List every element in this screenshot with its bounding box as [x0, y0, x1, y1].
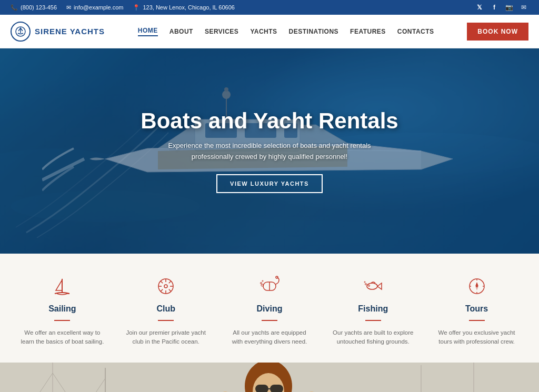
diving-divider — [262, 320, 277, 321]
sailing-title: Sailing — [48, 304, 76, 314]
diving-desc: All our yachts are equipped with everyth… — [227, 328, 312, 347]
svg-point-43 — [476, 285, 478, 287]
diving-icon — [258, 275, 281, 298]
hero-content: Boats and Yacht Rentals Experience the m… — [130, 98, 408, 204]
email-icon: ✉ — [66, 4, 71, 11]
service-diving: Diving All our yachts are equipped with … — [227, 275, 312, 347]
svg-line-25 — [169, 289, 171, 292]
svg-rect-55 — [255, 385, 268, 393]
nav-contacts[interactable]: CONTACTS — [397, 28, 434, 35]
svg-point-31 — [261, 284, 263, 286]
diving-title: Diving — [257, 304, 283, 314]
svg-point-19 — [164, 285, 167, 288]
club-desc: Join our premier private yacht club in t… — [124, 328, 208, 347]
svg-point-30 — [276, 276, 278, 278]
club-divider — [158, 320, 174, 321]
hero-title: Boats and Yacht Rentals — [141, 109, 398, 133]
svg-point-33 — [262, 280, 263, 282]
address-info: 📍 123, New Lenox, Chicago, IL 60606 — [133, 4, 235, 11]
email-social-link[interactable]: ✉ — [519, 3, 528, 12]
sailing-icon — [51, 275, 74, 298]
bottom-photo-section — [0, 363, 539, 393]
email-address: info@example.com — [74, 4, 123, 11]
svg-point-37 — [364, 282, 365, 283]
logo-text: SIRENE YACHTS — [35, 27, 105, 36]
social-links[interactable]: 𝕏 f 📷 ✉ — [475, 3, 528, 12]
sailing-desc: We offer an excellent way to learn the b… — [20, 328, 104, 347]
logo: SIRENE YACHTS — [11, 22, 105, 42]
facebook-link[interactable]: f — [490, 3, 499, 12]
tours-desc: We offer you exclusive yacht tours with … — [435, 328, 519, 347]
main-nav: HOME ABOUT SERVICES YACHTS DESTINATIONS … — [138, 27, 434, 36]
nav-yachts[interactable]: YACHTS — [250, 28, 277, 35]
instagram-link[interactable]: 📷 — [504, 3, 514, 12]
fishing-title: Fishing — [358, 304, 388, 314]
header: SIRENE YACHTS HOME ABOUT SERVICES YACHTS… — [0, 15, 539, 48]
sailing-divider — [54, 320, 70, 321]
svg-line-26 — [169, 281, 171, 283]
twitter-link[interactable]: 𝕏 — [475, 3, 484, 12]
club-title: Club — [156, 304, 175, 314]
nav-services[interactable]: SERVICES — [205, 28, 238, 35]
club-icon — [154, 275, 177, 298]
nav-destinations[interactable]: DESTINATIONS — [289, 28, 338, 35]
email-info: ✉ info@example.com — [66, 4, 123, 11]
phone-number: (800) 123-456 — [21, 4, 57, 11]
service-fishing: Fishing Our yachts are built to explore … — [331, 275, 415, 347]
phone-icon: 📞 — [11, 4, 18, 11]
location-icon: 📍 — [133, 4, 140, 11]
svg-point-35 — [368, 285, 370, 287]
fishing-icon — [362, 275, 385, 298]
logo-icon — [11, 22, 31, 42]
service-club: Club Join our premier private yacht club… — [124, 275, 208, 347]
top-bar-contact-info: 📞 (800) 123-456 ✉ info@example.com 📍 123… — [11, 4, 235, 11]
service-tours: Tours We offer you exclusive yacht tours… — [435, 275, 519, 347]
svg-point-36 — [365, 284, 366, 285]
nav-home[interactable]: HOME — [138, 27, 158, 36]
book-now-button[interactable]: BOOK NOW — [467, 23, 528, 41]
fishing-divider — [365, 320, 381, 321]
hero-subtitle: Experience the most incredible selection… — [159, 140, 380, 163]
tours-icon — [465, 275, 488, 298]
tours-title: Tours — [465, 304, 488, 314]
fishing-desc: Our yachts are built to explore untouche… — [331, 328, 415, 347]
view-yachts-button[interactable]: VIEW LUXURY YACHTS — [216, 174, 323, 193]
service-sailing: Sailing We offer an excellent way to lea… — [20, 275, 104, 347]
svg-rect-56 — [270, 385, 283, 393]
address-text: 123, New Lenox, Chicago, IL 60606 — [143, 4, 235, 11]
phone-info: 📞 (800) 123-456 — [11, 4, 57, 11]
tours-divider — [469, 320, 485, 321]
hero-section: Boats and Yacht Rentals Experience the m… — [0, 48, 539, 254]
services-section: Sailing We offer an excellent way to lea… — [0, 254, 539, 363]
svg-line-24 — [161, 281, 163, 283]
svg-line-27 — [161, 289, 163, 292]
top-bar: 📞 (800) 123-456 ✉ info@example.com 📍 123… — [0, 0, 539, 15]
nav-features[interactable]: FEATURES — [350, 28, 386, 35]
svg-point-32 — [260, 283, 262, 284]
nav-about[interactable]: ABOUT — [169, 28, 193, 35]
